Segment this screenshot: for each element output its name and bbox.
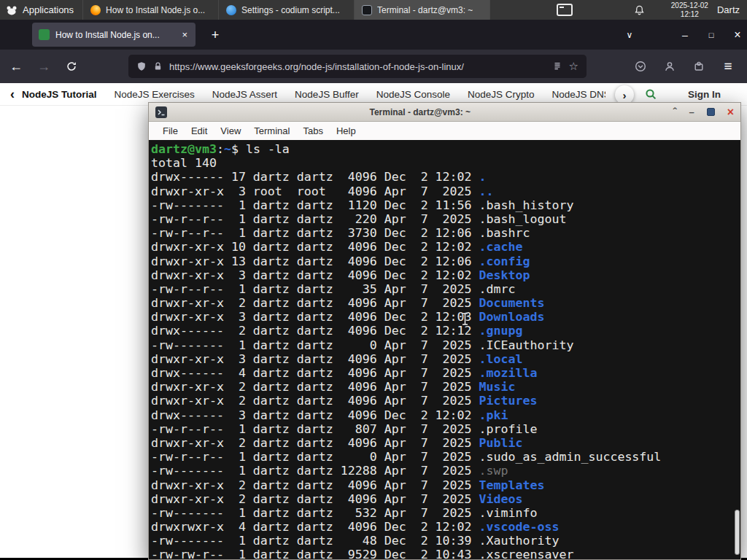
url-bar[interactable]: https://www.geeksforgeeks.org/node-js/in…	[128, 55, 587, 78]
ls-row: drwxr-xr-x 2 dartz dartz 4096 Apr 7 2025…	[151, 380, 740, 394]
ls-row-meta: drwxr-xr-x 2 dartz dartz 4096 Apr 7 2025	[151, 478, 479, 492]
bookmark-star-icon[interactable]: ☆	[569, 60, 578, 73]
ls-file-name: .bash_logout	[479, 212, 567, 226]
reload-button[interactable]	[60, 55, 83, 78]
ls-row-meta: drwxr-xr-x 3 dartz dartz 4096 Dec 2 12:0…	[151, 310, 479, 324]
ls-row-meta: -rw-rw-r-- 1 dartz dartz 9529 Dec 2 10:4…	[151, 548, 479, 559]
terminal-menu-item[interactable]: Tabs	[296, 125, 329, 136]
ls-row-meta: drwx------ 17 dartz dartz 4096 Dec 2 12:…	[151, 170, 479, 184]
tab-title: How to Install Node.js on...	[55, 30, 174, 40]
ls-file-name: .profile	[479, 422, 538, 436]
ls-row: drwxr-xr-x 3 dartz dartz 4096 Apr 7 2025…	[151, 352, 740, 366]
pocket-icon[interactable]	[629, 55, 652, 78]
tray-window-icon[interactable]	[557, 4, 573, 16]
site-nav-link[interactable]: NodeJS Assert	[212, 89, 277, 100]
ls-row-meta: -rw-r--r-- 1 dartz dartz 807 Apr 7 2025	[151, 422, 479, 436]
browser-toolbar: ← → https://www.geeksforgeeks.org/node-j…	[0, 50, 747, 83]
ls-file-name: .	[479, 170, 487, 184]
ls-row-meta: -rw-r--r-- 1 dartz dartz 0 Apr 7 2025	[151, 450, 479, 464]
terminal-menu-item[interactable]: Terminal	[247, 125, 296, 136]
ls-file-name: .xscreensaver	[479, 548, 574, 559]
terminal-screen[interactable]: dartz@vm3:~$ ls -la total 140 drwx------…	[149, 140, 740, 559]
taskbar-button-browser[interactable]: How to Install Node.js o...	[83, 0, 219, 20]
applications-menu[interactable]: Applications	[0, 0, 82, 20]
ls-row: drwx------ 2 dartz dartz 4096 Dec 2 12:1…	[151, 324, 740, 338]
taskbar-button-codium[interactable]: Settings - codium script...	[219, 0, 355, 20]
ls-row-meta: drwxr-xr-x 3 root root 4096 Apr 7 2025	[151, 184, 479, 198]
ls-row: drwxr-xr-x 2 dartz dartz 4096 Apr 7 2025…	[151, 394, 740, 408]
terminal-window-controls: ˆ – ×	[673, 106, 734, 118]
terminal-menu-item[interactable]: Edit	[185, 125, 214, 136]
desktop: Applications How to Install Node.js o...…	[0, 0, 747, 560]
ls-row: -rw-r--r-- 1 dartz dartz 35 Apr 7 2025 .…	[151, 282, 740, 296]
ls-row-meta: drwx------ 4 dartz dartz 4096 Apr 7 2025	[151, 366, 479, 380]
terminal-menu-item[interactable]: View	[214, 125, 247, 136]
terminal-scrollbar-thumb[interactable]	[735, 510, 740, 555]
back-button[interactable]: ←	[4, 55, 28, 78]
nav-scroll-left-icon[interactable]: ‹	[0, 87, 22, 102]
terminal-close-button[interactable]: ×	[727, 106, 734, 118]
ls-row: -rw-r--r-- 1 dartz dartz 0 Apr 7 2025 .s…	[151, 450, 740, 464]
window-maximize-button[interactable]: □	[700, 24, 722, 46]
clock[interactable]: 2025-12-02 12:12	[665, 1, 714, 18]
clock-time: 12:12	[671, 10, 708, 19]
terminal-menu-item[interactable]: File	[156, 125, 185, 136]
terminal-minimize-button[interactable]: –	[689, 107, 694, 117]
notification-bell-icon[interactable]	[634, 4, 645, 16]
lock-icon[interactable]	[153, 61, 163, 71]
menu-icon[interactable]: ≡	[716, 55, 740, 78]
site-nav-link[interactable]: NodeJS Tutorial	[22, 89, 97, 100]
ls-row-meta: drwxr-xr-x 2 dartz dartz 4096 Apr 7 2025	[151, 436, 479, 450]
terminal-titlebar[interactable]: Terminal - dartz@vm3: ~ ˆ – ×	[149, 103, 740, 122]
mouse-cursor	[461, 312, 470, 327]
ls-row: -rw-rw-r-- 1 dartz dartz 9529 Dec 2 10:4…	[151, 548, 740, 559]
ls-row: drwxr-xr-x 10 dartz dartz 4096 Dec 2 12:…	[151, 240, 740, 254]
ls-file-name: Downloads	[479, 310, 545, 324]
ls-file-name: .mozilla	[479, 366, 538, 380]
toolbar-right-icons: ≡	[629, 55, 743, 78]
ls-row: drwxr-xr-x 3 dartz dartz 4096 Dec 2 12:0…	[151, 268, 740, 282]
terminal-title: Terminal - dartz@vm3: ~	[173, 107, 667, 117]
account-icon[interactable]	[658, 55, 681, 78]
tracking-shield-icon[interactable]	[136, 61, 147, 71]
ls-file-name: .swp	[479, 464, 508, 478]
ls-row-meta: drwxr-xr-x 3 dartz dartz 4096 Apr 7 2025	[151, 352, 479, 366]
taskbar-button-terminal[interactable]: Terminal - dartz@vm3: ~	[355, 0, 490, 20]
ls-row: drwxr-xr-x 2 dartz dartz 4096 Apr 7 2025…	[151, 478, 740, 492]
ls-row: drwxr-xr-x 13 dartz dartz 4096 Dec 2 12:…	[151, 254, 740, 268]
system-tray: 2025-12-02 12:12 Dartz	[557, 1, 747, 18]
applications-label: Applications	[23, 4, 74, 15]
site-nav-link[interactable]: NodeJS Crypto	[468, 89, 535, 100]
ls-row: drwx------ 3 dartz dartz 4096 Dec 2 12:0…	[151, 408, 740, 422]
search-icon[interactable]	[645, 88, 657, 104]
ls-file-name: Music	[479, 380, 516, 394]
ls-row: -rw-r--r-- 1 dartz dartz 220 Apr 7 2025 …	[151, 212, 740, 226]
ls-file-name: .ICEauthority	[479, 338, 574, 352]
site-nav-link[interactable]: NodeJS Buffer	[295, 89, 359, 100]
list-tabs-icon[interactable]: ∨	[619, 24, 640, 46]
ls-row-meta: drwx------ 3 dartz dartz 4096 Dec 2 12:0…	[151, 408, 479, 422]
reader-mode-icon[interactable]	[552, 61, 562, 71]
terminal-shade-button[interactable]: ˆ	[673, 106, 676, 117]
ls-row-meta: -rw------- 1 dartz dartz 1120 Dec 2 11:5…	[151, 198, 479, 212]
site-nav-links: NodeJS TutorialNodeJS ExercisesNodeJS As…	[22, 89, 605, 100]
site-nav-link[interactable]: NodeJS Console	[376, 89, 450, 100]
new-tab-button[interactable]: +	[204, 24, 226, 46]
ls-row: -rw------- 1 dartz dartz 48 Dec 2 10:39 …	[151, 534, 740, 548]
extensions-icon[interactable]	[687, 55, 711, 78]
ls-row-meta: drwxrwxr-x 4 dartz dartz 4096 Dec 2 12:0…	[151, 520, 479, 534]
ls-row-meta: drwxr-xr-x 2 dartz dartz 4096 Apr 7 2025	[151, 492, 479, 506]
site-nav-link[interactable]: NodeJS Exercises	[115, 89, 195, 100]
ls-file-name: .bash_history	[479, 198, 574, 212]
browser-tab[interactable]: How to Install Node.js on... ×	[32, 23, 196, 47]
firefox-icon	[90, 5, 101, 15]
terminal-menu-item[interactable]: Help	[330, 125, 363, 136]
tab-close-icon[interactable]: ×	[180, 29, 189, 40]
window-close-button[interactable]: ×	[727, 24, 747, 46]
forward-button[interactable]: →	[32, 55, 55, 78]
ls-row-meta: -rw------- 1 dartz dartz 532 Apr 7 2025	[151, 506, 479, 520]
terminal-maximize-button[interactable]	[707, 108, 715, 116]
ls-row: -rw------- 1 dartz dartz 0 Apr 7 2025 .I…	[151, 338, 740, 352]
window-minimize-button[interactable]: –	[674, 24, 696, 46]
site-nav-link[interactable]: NodeJS DNS	[552, 89, 605, 100]
